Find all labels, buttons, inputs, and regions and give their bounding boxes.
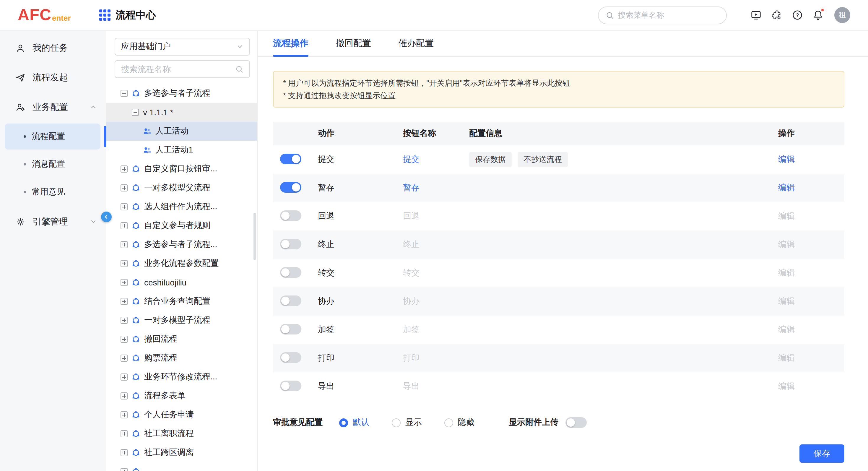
tree-node-label: 社工离职流程 [144,429,194,439]
edit-link[interactable]: 编辑 [778,211,795,220]
button-name: 暂存 [403,183,469,193]
sidebar-item-my-tasks[interactable]: 我的任务 [0,33,106,63]
tree-node[interactable]: 社工跨区调离 [106,443,257,462]
tree-node[interactable]: 业务环节修改流程... [106,368,257,386]
row-toggle-switch[interactable] [280,352,301,363]
table-row: 打印 打印 编辑 [273,344,844,372]
expand-plus-icon[interactable] [121,449,128,456]
sidebar-item-engine-management[interactable]: 引擎管理 [0,207,106,237]
row-toggle-switch[interactable] [280,182,301,192]
edit-link[interactable]: 编辑 [778,353,795,362]
app-select[interactable]: 应用基础门户 [115,38,250,56]
bell-icon[interactable] [811,8,824,22]
tab-process-actions[interactable]: 流程操作 [273,31,308,56]
tree-node[interactable]: 一对多模型父流程 [106,179,257,197]
expand-plus-icon[interactable] [121,468,128,471]
expand-plus-icon[interactable] [121,260,128,267]
collapse-minus-icon[interactable] [132,109,139,116]
tab-withdraw-config[interactable]: 撤回配置 [336,31,371,56]
edit-link[interactable]: 编辑 [778,239,795,249]
edit-link[interactable]: 编辑 [778,183,795,192]
row-toggle-switch[interactable] [280,323,301,334]
expand-plus-icon[interactable] [121,317,128,324]
expand-plus-icon[interactable] [121,241,128,248]
tree-node-label: 业务化流程参数配置 [144,258,219,269]
action-label: 回退 [318,211,403,222]
tree-node[interactable]: 一对多模型子流程 [106,311,257,330]
edit-link[interactable]: 编辑 [778,324,795,334]
edit-link[interactable]: 编辑 [778,381,795,390]
svg-text:?: ? [796,12,799,18]
expand-plus-icon[interactable] [121,184,128,191]
tree-node[interactable]: ceshiluojiliu [106,273,257,292]
avatar[interactable]: 租 [834,7,850,23]
tab-urge-config[interactable]: 催办配置 [398,31,434,56]
tree-node[interactable]: 人工活动 [106,122,257,140]
tree-node[interactable]: 流程多表单 [106,386,257,405]
expand-plus-icon[interactable] [121,354,128,362]
row-toggle-switch[interactable] [280,210,301,221]
radio-hide[interactable]: 隐藏 [444,417,474,428]
tree-node[interactable]: 结合业务查询配置 [106,292,257,311]
sidebar-collapse-button[interactable] [101,212,112,222]
app-monitor-icon[interactable] [749,8,762,22]
sidebar-item-business-config[interactable]: 业务配置 [0,92,106,122]
sidebar-item-common-opinions[interactable]: 常用意见 [5,179,100,205]
row-toggle-switch[interactable] [280,153,301,164]
collapse-minus-icon[interactable] [121,90,128,97]
sidebar-item-process-start[interactable]: 流程发起 [0,63,106,92]
edit-link[interactable]: 编辑 [778,296,795,306]
expand-plus-icon[interactable] [121,374,128,381]
expand-plus-icon[interactable] [121,336,128,343]
tree-node[interactable]: 社工离职流程 [106,424,257,443]
plugin-puzzle-icon[interactable] [770,8,783,22]
tree-node[interactable]: 撤回流程 [106,330,257,349]
tree-node[interactable]: 选人组件作为流程... [106,197,257,216]
sidebar-item-label: 业务配置 [32,101,68,113]
edit-link[interactable]: 编辑 [778,268,795,277]
expand-plus-icon[interactable] [121,430,128,437]
app-logo[interactable]: AFCenter [18,7,71,23]
tree-node[interactable]: 业务化流程参数配置 [106,254,257,273]
tree-node-label: 人工活动 [155,126,188,136]
sidebar-item-message-config[interactable]: 消息配置 [5,151,100,177]
expand-plus-icon[interactable] [121,165,128,172]
tree-node-label: 多选参与者子流程 [144,88,210,99]
table-row: 导出 导出 编辑 [273,372,844,401]
people-icon [143,146,151,154]
process-icon [132,278,140,287]
expand-plus-icon[interactable] [121,411,128,418]
attachment-upload-toggle[interactable] [565,417,587,428]
row-toggle-switch[interactable] [280,380,301,391]
tree-node[interactable]: 自定义窗口按钮审... [106,160,257,179]
expand-plus-icon[interactable] [121,222,128,229]
chevron-down-icon [90,218,97,225]
tree-node[interactable]: 多选参与者子流程... [106,235,257,254]
expand-plus-icon[interactable] [121,392,128,400]
process-icon [132,448,140,457]
edit-link[interactable]: 编辑 [778,154,795,164]
row-toggle-switch[interactable] [280,267,301,278]
tree-scrollbar[interactable] [253,213,256,260]
expand-plus-icon[interactable] [121,203,128,210]
tree-node[interactable]: 自定义参与者规则 [106,216,257,235]
process-search-input[interactable] [121,64,231,74]
tree-node[interactable]: 个人任务申请 [106,405,257,424]
expand-plus-icon[interactable] [121,298,128,305]
help-icon[interactable]: ? [790,8,804,22]
sidebar-item-process-config[interactable]: 流程配置 [5,124,100,150]
apps-grid-icon[interactable] [99,9,111,21]
tree-node[interactable]: 购票流程 [106,349,257,368]
menu-search-input[interactable] [618,11,719,20]
row-toggle-switch[interactable] [280,239,301,249]
radio-default[interactable]: 默认 [339,417,369,428]
save-button[interactable]: 保存 [800,444,844,463]
tree-node[interactable]: v 1.1.1 * [106,103,257,122]
tree-node[interactable] [106,462,257,471]
expand-plus-icon[interactable] [121,279,128,286]
row-toggle-switch[interactable] [280,295,301,306]
action-label: 终止 [318,239,403,250]
tree-node[interactable]: 多选参与者子流程 [106,84,257,103]
tree-node[interactable]: 人工活动1 [106,140,257,160]
radio-show[interactable]: 显示 [392,417,422,428]
